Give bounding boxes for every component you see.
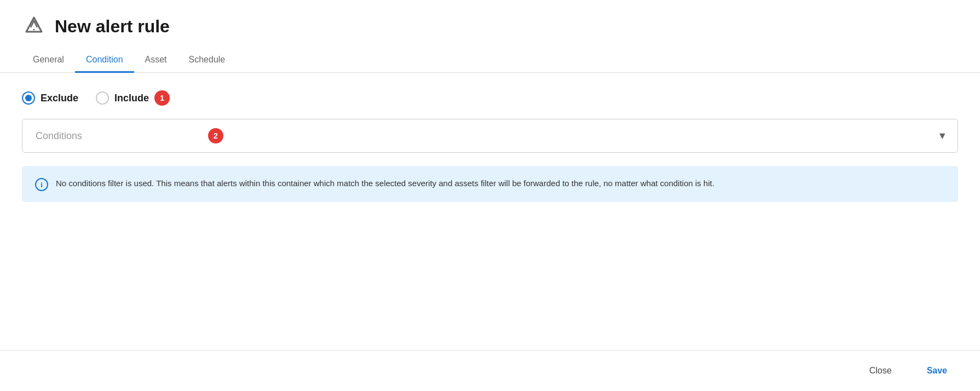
filter-radio-group: Exclude Include 1 — [22, 90, 958, 106]
tab-condition[interactable]: Condition — [75, 48, 134, 73]
content-area: Exclude Include 1 Conditions ▼ 2 i No co… — [0, 73, 980, 350]
include-label: Include — [114, 93, 149, 104]
exclude-radio[interactable] — [22, 91, 35, 105]
conditions-badge: 2 — [208, 128, 223, 143]
exclude-option[interactable]: Exclude — [22, 91, 78, 105]
include-option[interactable]: Include 1 — [96, 90, 170, 106]
tab-general[interactable]: General — [22, 48, 75, 73]
tab-schedule[interactable]: Schedule — [178, 48, 237, 73]
close-button[interactable]: Close — [858, 360, 903, 381]
info-box: i No conditions filter is used. This mea… — [22, 166, 958, 202]
conditions-wrapper: Conditions ▼ 2 — [22, 119, 958, 153]
footer: Close Save — [0, 350, 980, 391]
page-container: New alert rule General Condition Asset S… — [0, 0, 980, 391]
info-text: No conditions filter is used. This means… — [56, 177, 714, 190]
conditions-select[interactable]: Conditions — [22, 119, 958, 153]
info-icon: i — [35, 178, 48, 191]
page-title: New alert rule — [55, 16, 170, 37]
include-badge: 1 — [154, 90, 170, 106]
tab-asset[interactable]: Asset — [134, 48, 178, 73]
save-button[interactable]: Save — [916, 360, 958, 381]
tabs-bar: General Condition Asset Schedule — [0, 48, 980, 73]
include-radio[interactable] — [96, 91, 109, 105]
alert-icon — [22, 13, 46, 39]
header: New alert rule — [0, 0, 980, 39]
svg-point-0 — [33, 29, 35, 31]
exclude-label: Exclude — [41, 93, 78, 104]
